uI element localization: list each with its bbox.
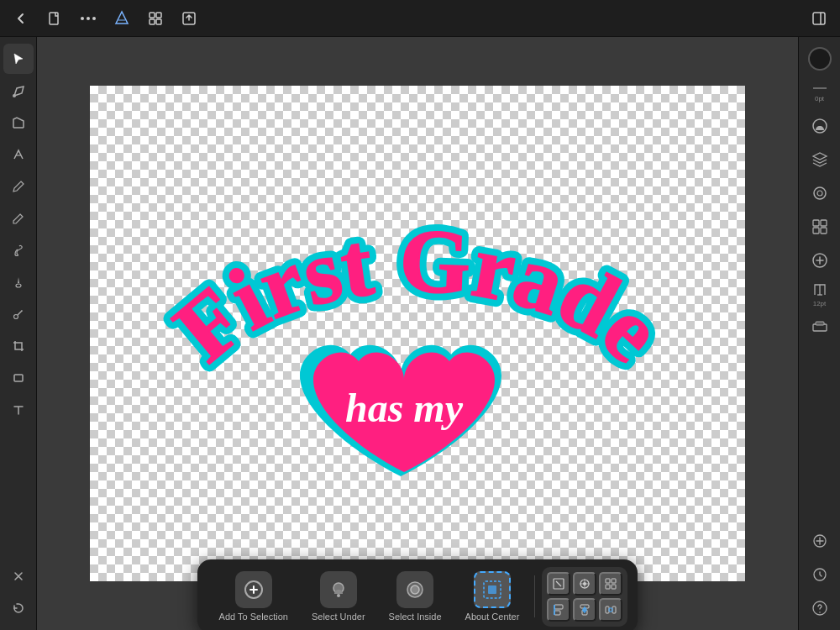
file-button[interactable]: [40, 4, 69, 33]
svg-point-11: [13, 94, 16, 97]
paint-brush-tool[interactable]: [3, 235, 34, 265]
svg-rect-49: [612, 579, 616, 583]
top-toolbar: [0, 0, 840, 37]
history-button[interactable]: [805, 559, 835, 590]
left-toolbar: [0, 37, 37, 630]
svg-point-2: [87, 17, 90, 20]
svg-rect-23: [821, 228, 827, 234]
svg-point-14: [13, 315, 18, 319]
undo-tool[interactable]: [3, 593, 34, 623]
eyedropper-tool[interactable]: [3, 299, 34, 329]
svg-rect-41: [488, 585, 496, 594]
add-to-selection-button[interactable]: Add To Selection: [207, 566, 300, 627]
pen-tool[interactable]: [3, 171, 34, 202]
crop-tool[interactable]: [3, 331, 34, 361]
select-inside-icon: [396, 571, 433, 608]
text-tool[interactable]: [3, 395, 34, 425]
mini-btn-snap-edges[interactable]: [547, 572, 570, 596]
select-under-label: Select Under: [312, 612, 365, 622]
svg-rect-7: [156, 19, 161, 24]
popup-divider: [534, 575, 535, 617]
node-select-tool[interactable]: [3, 76, 34, 106]
rectangle-tool[interactable]: [3, 363, 34, 393]
pen-tool-b[interactable]: [3, 139, 34, 170]
add-to-selection-label: Add To Selection: [219, 612, 288, 622]
svg-rect-4: [150, 13, 155, 18]
svg-rect-50: [606, 585, 610, 589]
svg-rect-21: [821, 220, 827, 226]
select-tool[interactable]: [3, 44, 34, 74]
svg-point-39: [411, 585, 419, 594]
svg-rect-9: [813, 13, 825, 24]
canvas-document[interactable]: First Grade First Grade has my: [90, 86, 745, 581]
about-center-label: About Center: [465, 612, 520, 622]
select-inside-label: Select Inside: [389, 612, 442, 622]
mini-btn-snap-center[interactable]: [573, 572, 596, 596]
stroke-width-button[interactable]: 0pt: [805, 77, 835, 108]
about-center-button[interactable]: About Center: [454, 566, 532, 627]
svg-rect-61: [609, 608, 612, 612]
stroke-label: 0pt: [815, 95, 824, 102]
mini-btn-snap-grid[interactable]: [599, 572, 622, 596]
svg-point-3: [92, 17, 96, 20]
mini-button-grid: [542, 567, 627, 627]
top-toolbar-right: [805, 4, 833, 33]
mini-btn-align-center[interactable]: [573, 598, 596, 622]
export-button[interactable]: [175, 4, 203, 33]
svg-rect-0: [50, 13, 58, 24]
right-toolbar: 0pt: [798, 37, 840, 630]
arrange-button[interactable]: [805, 312, 835, 343]
help-button[interactable]: [805, 593, 835, 623]
fill-right-button[interactable]: [805, 111, 835, 141]
svg-text:has my: has my: [345, 386, 464, 430]
text-size-label: 12pt: [813, 300, 827, 307]
svg-rect-22: [813, 228, 819, 234]
svg-rect-26: [816, 322, 824, 325]
select-inside-button[interactable]: Select Inside: [377, 566, 454, 627]
effects-button[interactable]: [805, 178, 835, 208]
add-to-selection-icon: [235, 571, 272, 608]
svg-rect-51: [612, 585, 616, 589]
svg-rect-48: [606, 579, 610, 583]
close-tool[interactable]: [3, 561, 34, 591]
design-artwork: First Grade First Grade has my: [132, 115, 703, 535]
svg-point-1: [81, 17, 84, 20]
select-under-icon: [320, 571, 357, 608]
mini-btn-align-left[interactable]: [547, 598, 570, 622]
svg-rect-59: [606, 606, 609, 613]
svg-rect-20: [813, 220, 819, 226]
text-style-button[interactable]: 12pt: [805, 279, 835, 309]
right-panel-button[interactable]: [805, 4, 833, 33]
mini-btn-distribute[interactable]: [599, 598, 622, 622]
svg-point-19: [817, 191, 822, 196]
svg-rect-15: [14, 375, 23, 381]
about-center-icon: [474, 571, 511, 608]
svg-point-13: [16, 284, 21, 287]
svg-point-30: [819, 612, 821, 613]
back-button[interactable]: [7, 4, 35, 33]
layers-button[interactable]: [805, 144, 835, 175]
navigation-button[interactable]: [805, 526, 835, 556]
affinity-logo-button[interactable]: [108, 4, 136, 33]
color-swatch: [808, 47, 832, 71]
svg-point-18: [814, 187, 826, 199]
svg-rect-6: [150, 19, 155, 24]
context-popup: Add To Selection Select Under: [197, 559, 638, 630]
svg-rect-53: [554, 611, 560, 615]
assets-button[interactable]: [805, 245, 835, 276]
svg-rect-5: [156, 13, 161, 18]
svg-point-37: [337, 594, 340, 597]
select-under-button[interactable]: Select Under: [300, 566, 377, 627]
svg-rect-52: [554, 605, 563, 609]
grid-view-button[interactable]: [141, 4, 170, 33]
fill-tool[interactable]: [3, 267, 34, 297]
canvas-area[interactable]: First Grade First Grade has my: [37, 37, 798, 630]
pencil-tool[interactable]: [3, 203, 34, 234]
more-button[interactable]: [74, 4, 102, 33]
corner-tool[interactable]: [3, 108, 34, 138]
svg-rect-60: [612, 606, 616, 613]
symbols-button[interactable]: [805, 212, 835, 242]
color-swatch-button[interactable]: [805, 44, 835, 74]
